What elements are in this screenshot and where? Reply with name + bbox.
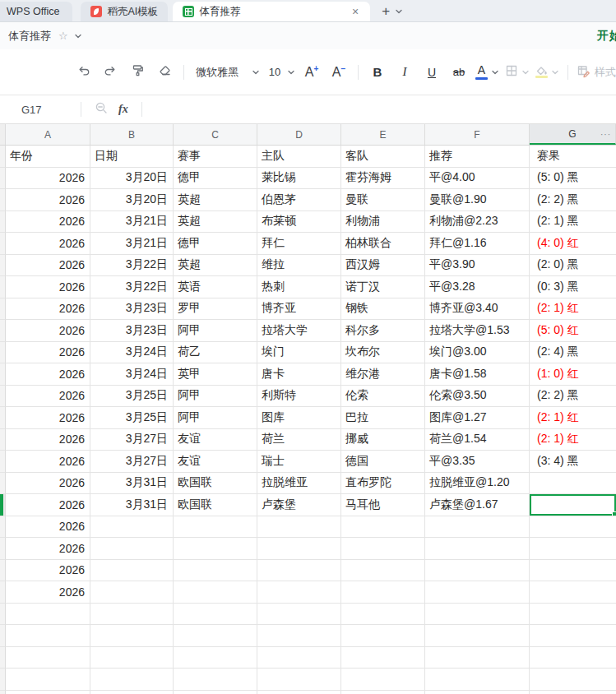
- sheet-cell[interactable]: 瑞士: [257, 451, 341, 473]
- tab-wps-office[interactable]: WPS Office: [0, 2, 72, 21]
- sheet-cell[interactable]: 2026: [6, 298, 90, 321]
- row-header[interactable]: [0, 189, 6, 211]
- row-header[interactable]: [0, 516, 6, 539]
- sheet-cell[interactable]: 3月31日: [90, 494, 174, 516]
- borders-button[interactable]: [505, 61, 530, 84]
- row-header[interactable]: [0, 625, 6, 647]
- sheet-cell[interactable]: 2026: [6, 407, 90, 429]
- sheet-cell[interactable]: [530, 473, 616, 495]
- sheet-cell[interactable]: 2026: [6, 276, 90, 298]
- sheet-cell[interactable]: [6, 625, 90, 647]
- sheet-cell[interactable]: 柏林联合: [341, 233, 425, 255]
- sheet-cell[interactable]: [174, 625, 257, 647]
- sheet-cell[interactable]: (2: 1) 红: [530, 407, 616, 429]
- font-color-button[interactable]: A: [475, 61, 499, 84]
- sheet-cell[interactable]: [425, 581, 530, 604]
- sheet-cell[interactable]: (0: 3) 黑: [530, 276, 616, 298]
- sheet-cell[interactable]: 3月27日: [90, 451, 174, 473]
- row-header[interactable]: [0, 429, 6, 451]
- sheet-cell[interactable]: [341, 516, 425, 539]
- sheet-cell[interactable]: 卢森堡: [257, 494, 341, 516]
- sheet-cell[interactable]: 英语: [174, 276, 257, 298]
- strikethrough-button[interactable]: ab: [448, 61, 470, 84]
- increase-font-button[interactable]: A+: [301, 61, 322, 84]
- row-header[interactable]: [0, 647, 6, 669]
- sheet-cell[interactable]: 3月22日: [90, 255, 174, 277]
- sheet-cell[interactable]: 拜仁@1.16: [425, 233, 530, 255]
- sheet-cell[interactable]: [530, 669, 616, 691]
- sheet-cell[interactable]: [6, 647, 90, 669]
- undo-button[interactable]: [72, 61, 94, 84]
- sheet-cell[interactable]: 英超: [174, 211, 257, 234]
- sheet-cell[interactable]: 英超: [174, 255, 257, 277]
- row-header[interactable]: [0, 211, 6, 234]
- sheet-cell[interactable]: 2026: [6, 168, 90, 190]
- sheet-cell[interactable]: 德国: [341, 451, 425, 473]
- tab-docer-templates[interactable]: 稻壳AI模板: [81, 2, 168, 21]
- sheet-cell[interactable]: 曼联: [341, 189, 425, 211]
- sheet-cell[interactable]: 2026: [6, 211, 90, 234]
- sheet-cell[interactable]: [174, 604, 257, 626]
- sheet-cell[interactable]: [341, 625, 425, 647]
- select-all-corner[interactable]: [0, 124, 6, 145]
- row-header[interactable]: [0, 494, 6, 516]
- cell-reference-box[interactable]: G17: [0, 104, 81, 116]
- sheet-cell[interactable]: 拜仁: [257, 233, 341, 255]
- row-header[interactable]: [0, 691, 6, 694]
- decrease-font-button[interactable]: A−: [328, 61, 350, 84]
- formula-input[interactable]: [142, 95, 616, 123]
- sheet-cell[interactable]: 3月27日: [90, 429, 174, 451]
- sheet-cell[interactable]: 挪威: [341, 429, 425, 451]
- sheet-cell[interactable]: [530, 581, 616, 604]
- sheet-cell[interactable]: [6, 691, 90, 694]
- sheet-cell[interactable]: 荷乙: [174, 342, 257, 364]
- sheet-cell[interactable]: 伯恩茅: [257, 189, 341, 211]
- sheet-cell[interactable]: [425, 516, 530, 539]
- sheet-cell[interactable]: [425, 691, 530, 694]
- sheet-cell[interactable]: 荷兰@1.54: [425, 429, 530, 451]
- sheet-cell[interactable]: 2026: [6, 320, 90, 342]
- row-header[interactable]: [0, 604, 6, 626]
- sheet-cell[interactable]: 3月21日: [90, 211, 174, 234]
- sheet-cell[interactable]: 钢铁: [341, 298, 425, 321]
- sheet-cell[interactable]: [257, 538, 341, 560]
- sheet-cell[interactable]: 罗甲: [174, 298, 257, 321]
- star-icon[interactable]: ☆: [58, 30, 68, 42]
- column-header-d[interactable]: D: [257, 124, 341, 145]
- sheet-cell[interactable]: [341, 538, 425, 560]
- sheet-cell[interactable]: (1: 0) 红: [530, 363, 616, 386]
- row-header[interactable]: [0, 298, 6, 321]
- sheet-cell[interactable]: [90, 560, 174, 582]
- sheet-cell[interactable]: [90, 691, 174, 694]
- sheet-cell[interactable]: 2026: [6, 255, 90, 277]
- sheet-cell[interactable]: 维拉: [257, 255, 341, 277]
- sheet-cell[interactable]: [257, 604, 341, 626]
- row-header[interactable]: [0, 581, 6, 604]
- sheet-cell[interactable]: 赛果: [530, 146, 616, 168]
- sheet-cell[interactable]: 图库: [257, 407, 341, 429]
- sheet-cell[interactable]: 2026: [6, 451, 90, 473]
- sheet-cell[interactable]: 卢森堡@1.67: [425, 494, 530, 516]
- sheet-cell[interactable]: [530, 625, 616, 647]
- sheet-cell[interactable]: [174, 516, 257, 539]
- sheet-cell[interactable]: [257, 669, 341, 691]
- format-painter-button[interactable]: [127, 61, 148, 84]
- sheet-cell[interactable]: 博齐亚@3.40: [425, 298, 530, 321]
- sheet-cell[interactable]: [425, 647, 530, 669]
- sheet-cell[interactable]: 客队: [341, 146, 425, 168]
- sheet-cell[interactable]: 布莱顿: [257, 211, 341, 234]
- row-header[interactable]: [0, 276, 6, 298]
- sheet-cell[interactable]: [90, 647, 174, 669]
- sheet-cell[interactable]: 2026: [6, 429, 90, 451]
- zoom-out-search-icon[interactable]: [95, 101, 109, 118]
- font-size-select[interactable]: 10: [266, 61, 295, 84]
- sheet-cell[interactable]: [90, 669, 174, 691]
- sheet-cell[interactable]: 德甲: [174, 233, 257, 255]
- sheet-cell[interactable]: 曼联@1.90: [425, 189, 530, 211]
- chevron-down-icon[interactable]: [395, 7, 403, 16]
- column-header-a[interactable]: A: [6, 124, 90, 145]
- sheet-cell[interactable]: 诺丁汉: [341, 276, 425, 298]
- sheet-cell[interactable]: [530, 560, 616, 582]
- sheet-cell[interactable]: 英甲: [174, 363, 257, 386]
- sheet-cell[interactable]: 英超: [174, 189, 257, 211]
